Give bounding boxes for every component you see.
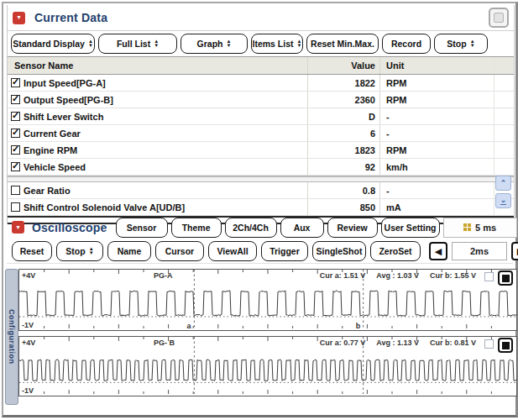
sensor-value: 2360 <box>307 92 379 108</box>
scroll-up-icon[interactable]: ⌃ <box>495 176 511 191</box>
channel-visible-checkbox[interactable] <box>484 272 494 281</box>
sensor-value: D <box>307 108 379 124</box>
trigger-button[interactable]: Trigger <box>261 241 308 261</box>
timebase-next-button[interactable]: ▶ <box>511 242 518 260</box>
updown-arrows-icon: ▲▼ <box>470 39 475 48</box>
sensor-value: 1822 <box>307 75 379 91</box>
graph-button[interactable]: Graph▲▼ <box>181 34 248 54</box>
checked-checkbox[interactable] <box>11 129 20 138</box>
sensor-unit: RPM <box>379 142 494 158</box>
button-label: Review <box>337 223 367 233</box>
unchecked-checkbox[interactable] <box>11 186 20 195</box>
full-list-button[interactable]: Full List▲▼ <box>98 34 177 54</box>
sensor-name: Engine RPM <box>24 145 77 155</box>
zeroset-button[interactable]: ZeroSet <box>370 241 421 261</box>
app-window: ▾ Current Data Standard Display▲▼Full Li… <box>2 2 518 417</box>
solid-square-icon <box>502 275 510 282</box>
sample-rate-display: 5 ms <box>443 218 517 238</box>
stop-button[interactable]: Stop▲▼ <box>56 241 103 261</box>
table-row[interactable]: Shift Control Solenoid Valve A[UD/B]850m… <box>8 199 514 216</box>
checked-checkbox[interactable] <box>11 78 20 87</box>
oscilloscope-buttons-row2: ResetStop▲▼NameCursorViewAllTriggerSingl… <box>7 239 513 264</box>
table-header: Sensor Name Value Unit <box>8 56 514 75</box>
channel-solid-square-button[interactable] <box>498 338 513 353</box>
sensor-name: Current Gear <box>24 129 81 139</box>
button-label: Record <box>391 39 421 49</box>
updown-arrows-icon: ▲▼ <box>297 39 302 48</box>
configuration-tab[interactable]: Configuration <box>5 269 18 405</box>
oscilloscope-title: Oscilloscope <box>32 221 107 234</box>
cursor-a-value: Cur a: 0.77 V <box>320 339 366 347</box>
cursor-button[interactable]: Cursor <box>155 241 204 261</box>
reset-button[interactable]: Reset <box>12 241 52 261</box>
channel-solid-square-button[interactable] <box>498 270 513 286</box>
user-setting-button[interactable]: User Setting <box>381 218 440 238</box>
sensor-unit: RPM <box>379 92 494 108</box>
button-label: Theme <box>182 223 211 233</box>
button-label: Items List <box>253 39 294 49</box>
timebase-prev-button[interactable]: ◀ <box>429 242 447 260</box>
stop-button[interactable]: Stop▲▼ <box>434 34 488 54</box>
collapse-chevron-icon[interactable]: ▾ <box>12 221 24 234</box>
viewall-button[interactable]: ViewAll <box>208 241 257 261</box>
cursor-b-value: Cur b: 1.55 V <box>430 271 476 280</box>
sensor-value: 92 <box>307 159 379 175</box>
table-row[interactable]: Input Speed[PG-A]1822RPM <box>8 75 514 92</box>
cursor-a-label: a <box>186 322 191 330</box>
table-row[interactable]: Gear Ratio0.8- <box>8 182 514 199</box>
sensor-name: Vehicle Speed <box>24 162 86 172</box>
table-row[interactable]: Output Speed[PG-B]2360RPM <box>8 92 514 108</box>
button-label: Stop <box>65 246 85 256</box>
row-gutter <box>494 142 514 158</box>
button-label: Graph <box>197 39 223 49</box>
maximize-button[interactable] <box>489 8 509 28</box>
updown-arrows-icon: ▲▼ <box>89 247 94 255</box>
standard-display-button[interactable]: Standard Display▲▼ <box>11 34 95 54</box>
table-row[interactable]: Shift Lever SwitchD- <box>8 108 514 125</box>
button-label: Sensor <box>127 223 157 233</box>
button-label: User Setting <box>385 223 437 233</box>
row-gutter <box>494 125 514 141</box>
oscilloscope-panel: ▾ Oscilloscope SensorTheme2Ch/4ChAuxRevi… <box>7 215 513 264</box>
volts-top-label: +4V <box>22 271 35 280</box>
volts-bottom-label: -1V <box>22 321 34 329</box>
channel-name-label: PG- B <box>154 339 175 347</box>
table-row[interactable]: Vehicle Speed92km/h <box>8 159 514 176</box>
table-scrollers: ⌃ ⌄ <box>495 176 511 208</box>
theme-button[interactable]: Theme <box>171 218 222 238</box>
name-button[interactable]: Name <box>107 241 151 261</box>
checked-checkbox[interactable] <box>11 95 20 104</box>
channel-visible-checkbox[interactable] <box>484 339 494 349</box>
aux-button[interactable]: Aux <box>280 218 324 238</box>
2ch-4ch-button[interactable]: 2Ch/4Ch <box>225 218 277 238</box>
sensor-unit: - <box>379 125 494 141</box>
table-row[interactable]: Current Gear6- <box>8 125 514 142</box>
button-label: Aux <box>294 223 311 233</box>
sensor-button[interactable]: Sensor <box>116 218 168 238</box>
unchecked-checkbox[interactable] <box>11 202 20 212</box>
table-row[interactable]: Engine RPM1823RPM <box>8 142 514 159</box>
checked-checkbox[interactable] <box>11 112 20 121</box>
button-label: Trigger <box>269 246 300 256</box>
review-button[interactable]: Review <box>327 218 378 238</box>
items-list-button[interactable]: Items List▲▼ <box>251 34 303 54</box>
timebase-value: 2ms <box>452 242 507 260</box>
row-gutter <box>494 108 514 124</box>
maximize-icon <box>494 13 504 23</box>
current-data-title: Current Data <box>34 11 107 24</box>
solid-square-icon <box>502 342 510 349</box>
reset-min-max-button[interactable]: Reset Min.Max. <box>306 34 379 54</box>
scroll-down-icon[interactable]: ⌄ <box>495 193 511 208</box>
checked-checkbox[interactable] <box>11 145 20 155</box>
sensor-name: Shift Lever Switch <box>24 112 103 122</box>
row-gutter <box>494 75 514 91</box>
sample-rate-icon <box>463 223 471 231</box>
singleshot-button[interactable]: SingleShot <box>312 241 366 261</box>
avg-value: Avg : 1.13 V <box>376 339 419 347</box>
collapse-chevron-icon[interactable]: ▾ <box>13 12 25 24</box>
header-value: Value <box>307 57 379 74</box>
avg-value: Avg : 1.03 V <box>376 271 419 280</box>
current-data-panel: ▾ Current Data Standard Display▲▼Full Li… <box>7 5 515 224</box>
checked-checkbox[interactable] <box>11 162 20 171</box>
record-button[interactable]: Record <box>382 34 431 54</box>
